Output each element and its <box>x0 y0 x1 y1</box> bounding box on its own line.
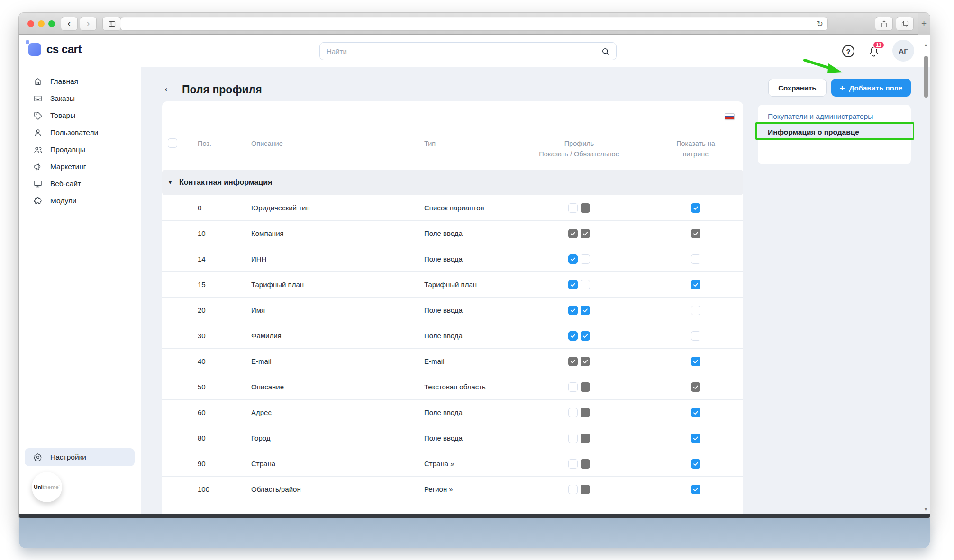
profile-required-checkbox[interactable] <box>581 408 590 417</box>
profile-show-checkbox[interactable] <box>568 357 578 366</box>
sidebar-toggle-button[interactable] <box>102 17 121 31</box>
sidebar-item[interactable]: Веб-сайт <box>19 175 141 192</box>
profile-show-checkbox[interactable] <box>568 485 578 494</box>
storefront-checkbox[interactable] <box>691 306 700 315</box>
profile-required-checkbox[interactable] <box>581 434 590 443</box>
row-description[interactable]: Описание <box>237 383 420 391</box>
storefront-checkbox[interactable] <box>691 280 700 289</box>
row-description[interactable]: Страна <box>237 460 420 468</box>
sidebar-item[interactable]: Товары <box>19 107 141 124</box>
profile-show-checkbox[interactable] <box>568 306 578 315</box>
row-description[interactable]: Адрес <box>237 408 420 416</box>
share-button[interactable] <box>875 17 893 31</box>
row-description[interactable]: ИНН <box>237 255 420 263</box>
profile-required-checkbox[interactable] <box>581 485 590 494</box>
profile-required-checkbox[interactable] <box>581 331 590 341</box>
profile-required-checkbox[interactable] <box>581 203 590 213</box>
profile-required-checkbox[interactable] <box>581 254 590 264</box>
profile-required-checkbox[interactable] <box>581 306 590 315</box>
add-field-button[interactable]: + Добавить поле <box>831 79 911 97</box>
profile-required-checkbox[interactable] <box>581 280 590 289</box>
row-description[interactable]: Юридический тип <box>237 204 420 212</box>
save-button[interactable]: Сохранить <box>768 79 826 97</box>
storefront-checkbox[interactable] <box>691 229 700 238</box>
maximize-window-button[interactable] <box>48 20 55 27</box>
row-type: Поле ввода <box>420 408 536 416</box>
sidebar-item[interactable]: Главная <box>19 73 141 90</box>
storefront-checkbox[interactable] <box>691 331 700 341</box>
profile-show-checkbox[interactable] <box>568 331 578 341</box>
storefront-checkbox[interactable] <box>691 434 700 443</box>
forward-chevron-icon: › <box>86 18 90 30</box>
scrollbar-thumb[interactable] <box>924 56 928 98</box>
header-buttons: Сохранить + Добавить поле <box>768 79 911 97</box>
back-arrow-icon[interactable]: ← <box>162 81 175 94</box>
profile-show-checkbox[interactable] <box>568 434 578 443</box>
row-description[interactable]: E-mail <box>237 357 420 365</box>
vendors-icon <box>33 145 43 154</box>
row-description[interactable]: Тарифный план <box>237 280 420 289</box>
global-search[interactable] <box>319 42 617 60</box>
profile-show-checkbox[interactable] <box>568 203 578 213</box>
scroll-down-arrow[interactable]: ▼ <box>924 507 928 512</box>
russia-flag-icon[interactable] <box>725 113 735 120</box>
address-input[interactable] <box>120 17 827 30</box>
storefront-checkbox[interactable] <box>691 485 700 494</box>
row-description[interactable]: Город <box>237 434 420 442</box>
sidebar-item[interactable]: Пользователи <box>19 124 141 141</box>
row-description[interactable]: Фамилия <box>237 332 420 340</box>
new-tab-button[interactable]: + <box>918 13 930 35</box>
storefront-checkbox[interactable] <box>691 408 700 417</box>
profile-show-checkbox[interactable] <box>568 280 578 289</box>
cscart-logo[interactable]: cs cart <box>28 43 82 56</box>
row-description[interactable]: Компания <box>237 229 420 237</box>
tab-customers-admins[interactable]: Покупатели и администраторы <box>758 108 911 124</box>
address-bar[interactable]: ↻ <box>120 17 828 31</box>
section-contact-information[interactable]: ▾ Контактная информация <box>162 170 743 195</box>
unitheme-logo[interactable]: Unitheme° <box>32 472 62 502</box>
profile-checkboxes <box>536 280 622 289</box>
sidebar-item[interactable]: Продавцы <box>19 141 141 158</box>
profile-show-checkbox[interactable] <box>568 254 578 264</box>
storefront-checkbox[interactable] <box>691 382 700 392</box>
scroll-up-arrow[interactable]: ▲ <box>924 43 928 47</box>
row-type: Страна » <box>420 460 536 468</box>
sidebar-item-settings[interactable]: Настройки <box>25 448 135 466</box>
search-input[interactable] <box>320 43 616 60</box>
tab-overview-button[interactable] <box>896 17 914 31</box>
close-window-button[interactable] <box>27 20 34 27</box>
storefront-checkbox[interactable] <box>691 357 700 366</box>
profile-show-checkbox[interactable] <box>568 229 578 238</box>
desktop-background-strip <box>19 518 930 548</box>
search-icon[interactable] <box>601 47 610 56</box>
tab-vendor-information[interactable]: Информация о продавце <box>758 124 911 140</box>
storefront-checkbox-cell <box>658 306 734 315</box>
minimize-window-button[interactable] <box>38 20 45 27</box>
row-position: 100 <box>185 485 237 493</box>
help-button[interactable]: ? <box>842 45 854 57</box>
user-avatar[interactable]: АГ <box>892 40 914 62</box>
row-description[interactable]: Область/район <box>237 485 420 493</box>
sidebar-item[interactable]: Заказы <box>19 90 141 107</box>
profile-required-checkbox[interactable] <box>581 229 590 238</box>
storefront-checkbox[interactable] <box>691 254 700 264</box>
refresh-icon[interactable]: ↻ <box>817 19 823 29</box>
browser-back-button[interactable]: ‹ <box>61 17 78 31</box>
notifications-button[interactable]: 11 <box>868 45 880 58</box>
profile-show-checkbox[interactable] <box>568 408 578 417</box>
profile-required-checkbox[interactable] <box>581 459 590 469</box>
storefront-checkbox[interactable] <box>691 203 700 213</box>
row-description[interactable]: Имя <box>237 306 420 314</box>
profile-show-checkbox[interactable] <box>568 382 578 392</box>
select-all-checkbox[interactable] <box>168 138 177 148</box>
sidebar-item[interactable]: Модули <box>19 192 141 209</box>
collapse-caret-icon[interactable]: ▾ <box>169 179 172 186</box>
browser-forward-button[interactable]: › <box>80 17 97 31</box>
storefront-checkbox-cell <box>658 357 734 366</box>
sidebar-item[interactable]: Маркетинг <box>19 158 141 175</box>
profile-required-checkbox[interactable] <box>581 357 590 366</box>
profile-required-checkbox[interactable] <box>581 382 590 392</box>
storefront-checkbox[interactable] <box>691 459 700 469</box>
profile-show-checkbox[interactable] <box>568 459 578 469</box>
storefront-checkbox-cell <box>658 254 734 264</box>
